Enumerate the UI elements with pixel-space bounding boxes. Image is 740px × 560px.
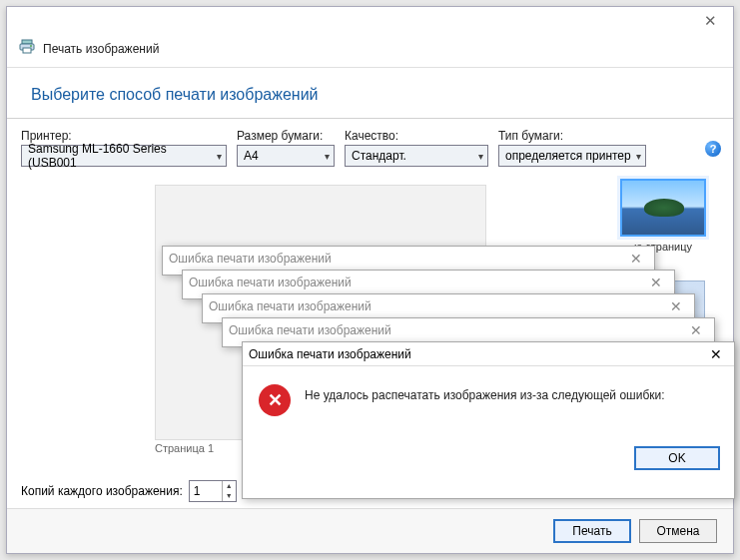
printer-icon	[19, 39, 35, 59]
spinner-up-icon[interactable]: ▲	[223, 481, 236, 491]
print-button[interactable]: Печать	[553, 519, 631, 543]
quality-select[interactable]: Стандарт. ▾	[345, 145, 488, 167]
chevron-down-icon: ▾	[474, 151, 483, 162]
window-close-button[interactable]: ✕	[688, 7, 733, 35]
copies-spinner[interactable]: ▲ ▼	[189, 480, 237, 502]
layout-thumb-fullpage[interactable]	[620, 179, 706, 237]
copies-input[interactable]	[190, 484, 222, 498]
svg-point-3	[30, 45, 32, 47]
quality-value: Стандарт.	[352, 149, 406, 163]
chevron-down-icon: ▾	[321, 151, 330, 162]
print-options-row: Принтер: Samsung ML-1660 Series (USB001 …	[7, 119, 733, 173]
error-icon: ✕	[259, 384, 291, 416]
banner-title: Выберите способ печати изображений	[31, 86, 709, 104]
footer: Печать Отмена	[7, 508, 733, 553]
printer-value: Samsung ML-1660 Series (USB001	[28, 142, 213, 170]
spinner-down-icon[interactable]: ▼	[223, 491, 236, 501]
error-title: Ошибка печати изображений	[249, 347, 411, 361]
banner: Выберите способ печати изображений	[7, 67, 733, 119]
error-title: Ошибка печати изображений	[209, 299, 371, 313]
error-title: Ошибка печати изображений	[169, 252, 332, 266]
header: Печать изображений	[7, 35, 733, 67]
error-dialog-active: Ошибка печати изображений ✕ ✕ Не удалось…	[242, 341, 735, 499]
error-ok-button[interactable]: OK	[634, 446, 720, 470]
close-icon[interactable]: ✕	[684, 322, 708, 338]
cancel-button[interactable]: Отмена	[639, 519, 717, 543]
svg-rect-2	[23, 48, 31, 53]
error-title: Ошибка печати изображений	[189, 276, 352, 289]
quality-label: Качество:	[345, 129, 488, 143]
layout-thumbnails: ю страницу	[607, 173, 719, 253]
chevron-down-icon: ▾	[632, 151, 641, 162]
svg-rect-0	[22, 40, 32, 44]
copies-label: Копий каждого изображения:	[21, 484, 183, 498]
papersize-label: Размер бумаги:	[237, 129, 335, 143]
error-close-button[interactable]: ✕	[704, 346, 728, 362]
papertype-value: определяется принтер	[505, 149, 631, 163]
papertype-select[interactable]: определяется принтер ▾	[498, 145, 646, 167]
preview-caption: Страница 1	[155, 442, 214, 454]
error-message: Не удалось распечатать изображения из-за…	[305, 384, 665, 416]
papersize-value: A4	[244, 149, 259, 163]
chevron-down-icon: ▾	[213, 151, 222, 162]
printer-select[interactable]: Samsung ML-1660 Series (USB001 ▾	[21, 145, 227, 167]
titlebar: ✕	[7, 7, 733, 35]
help-icon[interactable]: ?	[705, 141, 721, 157]
papersize-select[interactable]: A4 ▾	[237, 145, 335, 167]
window-title: Печать изображений	[43, 42, 159, 56]
close-icon[interactable]: ✕	[624, 251, 648, 267]
papertype-label: Тип бумаги:	[498, 129, 646, 143]
close-icon[interactable]: ✕	[664, 298, 688, 314]
close-icon[interactable]: ✕	[644, 275, 668, 290]
printer-label: Принтер:	[21, 129, 227, 143]
error-title: Ошибка печати изображений	[229, 323, 391, 337]
